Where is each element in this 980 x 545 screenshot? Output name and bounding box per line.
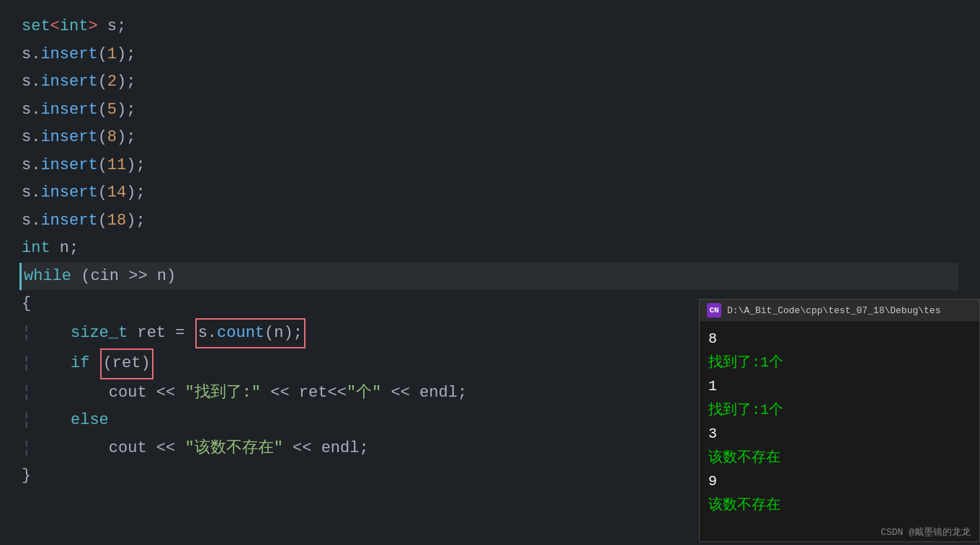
code-line-3: s.insert(2); — [22, 68, 958, 96]
code-editor: set<int> s; s.insert(1); s.insert(2); s.… — [0, 0, 980, 545]
terminal-line-1: 8 — [708, 327, 971, 351]
terminal-window: CN D:\A_Bit_Code\cpp\test_07_18\Debug\te… — [699, 299, 980, 542]
terminal-icon-label: CN — [709, 306, 718, 315]
code-line-8: s.insert(18); — [22, 207, 958, 235]
terminal-line-2: 找到了:1个 — [708, 351, 971, 374]
code-line-6: s.insert(11); — [22, 152, 958, 180]
code-line-5: s.insert(8); — [22, 124, 958, 152]
code-line-2: s.insert(1); — [22, 41, 958, 69]
terminal-icon: CN — [707, 303, 721, 317]
terminal-line-6: 该数不存在 — [708, 446, 971, 469]
ret-highlight: (ret) — [100, 348, 153, 379]
terminal-line-8: 该数不存在 — [708, 493, 971, 517]
terminal-line-3: 1 — [708, 374, 971, 398]
terminal-footer: CSDN @戴墨镜的龙龙 — [700, 523, 979, 541]
code-line-4: s.insert(5); — [22, 96, 958, 125]
count-highlight: s.count(n); — [195, 318, 306, 349]
code-line-7: s.insert(14); — [22, 179, 958, 207]
terminal-body: 8 找到了:1个 1 找到了:1个 3 该数不存在 9 该数不存在 — [700, 321, 979, 523]
terminal-titlebar: CN D:\A_Bit_Code\cpp\test_07_18\Debug\te… — [700, 299, 979, 321]
terminal-line-5: 3 — [708, 422, 971, 446]
code-line-9: int n; — [22, 235, 958, 263]
watermark-text: CSDN @戴墨镜的龙龙 — [881, 526, 971, 539]
code-line-1: set<int> s; — [22, 13, 958, 41]
terminal-line-7: 9 — [708, 469, 971, 493]
keyword-set: set — [22, 13, 50, 41]
terminal-title: D:\A_Bit_Code\cpp\test_07_18\Debug\tes — [727, 305, 940, 316]
code-line-10: while (cin >> n) — [19, 263, 958, 291]
terminal-line-4: 找到了:1个 — [708, 398, 971, 422]
